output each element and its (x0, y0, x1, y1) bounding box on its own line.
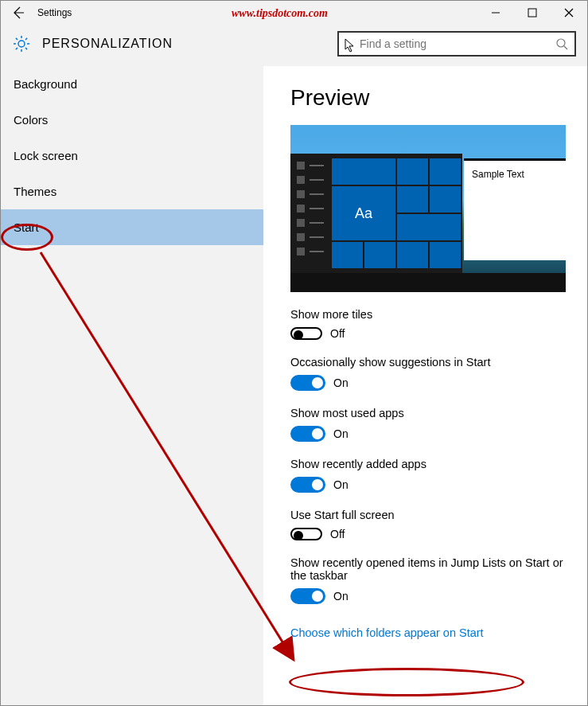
svg-rect-1 (528, 9, 536, 17)
svg-point-4 (18, 41, 25, 47)
close-button[interactable] (551, 1, 587, 25)
sidebar: Background Colors Lock screen Themes Sta… (1, 66, 263, 705)
watermark: www.tipsdotcom.com (232, 7, 328, 20)
toggle-most-used[interactable] (290, 426, 325, 442)
svg-line-6 (564, 46, 567, 49)
sidebar-item-colors[interactable]: Colors (1, 102, 263, 138)
toggle-full-screen[interactable] (290, 528, 322, 540)
setting-show-more-tiles: Show more tiles Off (290, 308, 571, 340)
search-box[interactable] (337, 31, 576, 57)
setting-suggestions: Occasionally show suggestions in Start O… (290, 356, 571, 391)
sidebar-item-start[interactable]: Start (1, 209, 263, 245)
setting-most-used: Show most used apps On (290, 407, 571, 442)
maximize-button[interactable] (514, 1, 551, 25)
cursor-icon (344, 37, 356, 53)
toggle-jump-lists[interactable] (290, 588, 325, 604)
setting-recently-added: Show recently added apps On (290, 458, 571, 493)
setting-jump-lists: Show recently opened items in Jump Lists… (290, 556, 571, 604)
page-title: PERSONALIZATION (42, 37, 173, 51)
preview-heading: Preview (290, 85, 571, 111)
header: PERSONALIZATION (1, 25, 587, 66)
minimize-button[interactable] (477, 1, 514, 25)
sample-window: Sample Text (464, 158, 566, 260)
toggle-recently-added[interactable] (290, 477, 325, 493)
search-icon (555, 37, 568, 50)
gear-icon (12, 34, 31, 53)
sidebar-item-themes[interactable]: Themes (1, 174, 263, 209)
tile-aa: Aa (332, 186, 395, 240)
search-input[interactable] (345, 37, 555, 50)
window-title: Settings (37, 7, 72, 18)
svg-point-5 (557, 39, 565, 47)
sidebar-item-background[interactable]: Background (1, 66, 263, 102)
back-button[interactable] (9, 3, 28, 22)
preview-image: Aa Sample Text (290, 125, 566, 292)
toggle-show-more-tiles[interactable] (290, 327, 322, 340)
choose-folders-link[interactable]: Choose which folders appear on Start (290, 626, 484, 639)
setting-full-screen: Use Start full screen Off (290, 509, 571, 540)
sidebar-item-lock-screen[interactable]: Lock screen (1, 138, 263, 174)
toggle-suggestions[interactable] (290, 375, 325, 391)
main-panel: Preview Aa (263, 66, 587, 705)
